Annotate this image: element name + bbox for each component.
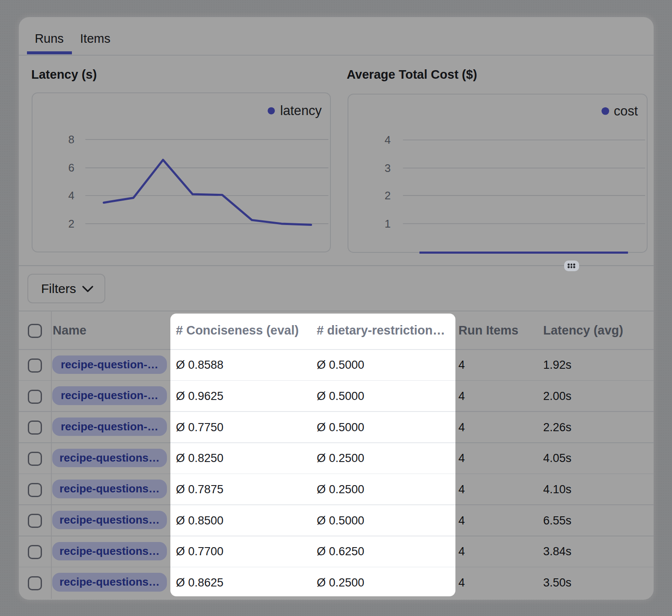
svg-text:1: 1 — [384, 217, 390, 229]
svg-text:latency: latency — [280, 103, 322, 118]
svg-text:8: 8 — [68, 133, 74, 145]
svg-text:4: 4 — [384, 134, 390, 146]
svg-text:cost: cost — [614, 103, 638, 118]
svg-text:6: 6 — [68, 162, 74, 174]
svg-text:2: 2 — [384, 189, 390, 201]
svg-text:2: 2 — [68, 218, 74, 230]
svg-text:3: 3 — [384, 162, 390, 174]
svg-text:4: 4 — [68, 190, 74, 201]
